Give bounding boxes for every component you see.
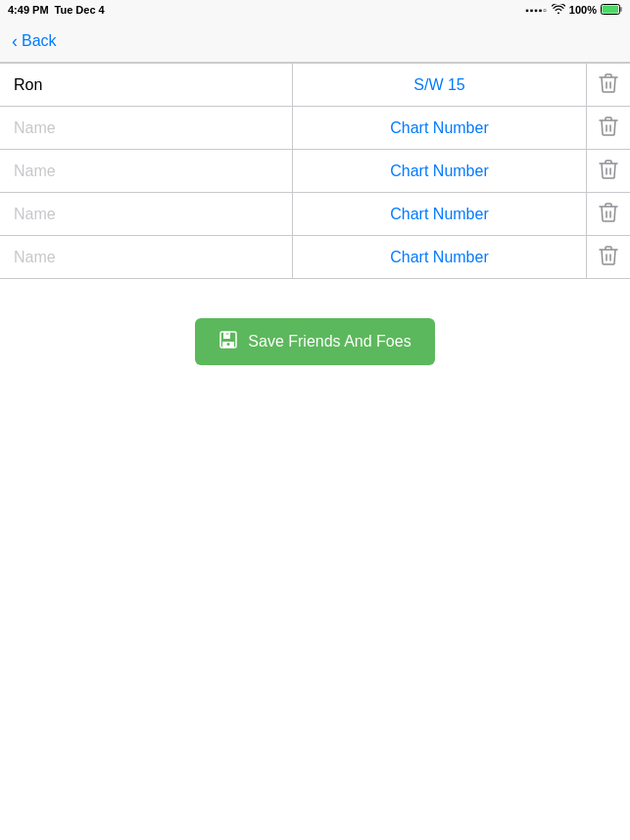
wifi-icon [552,4,565,16]
table-row: NameChart Number [0,150,630,193]
name-cell[interactable]: Name [0,150,293,192]
trash-icon [599,202,618,227]
save-button-label: Save Friends And Foes [248,333,411,350]
save-button-container: Save Friends And Foes [0,318,630,365]
back-button[interactable]: ‹ Back [12,32,57,50]
chart-number-cell[interactable]: Chart Number [293,150,587,192]
trash-icon [599,245,618,270]
table-row: NameChart Number [0,107,630,150]
chevron-left-icon: ‹ [12,32,18,50]
svg-rect-2 [620,7,622,12]
trash-icon [599,116,618,141]
svg-rect-4 [223,332,230,339]
name-cell[interactable]: Name [0,193,293,235]
save-icon [218,330,238,353]
back-label: Back [22,32,57,50]
nav-bar: ‹ Back [0,20,630,63]
table-row: NameChart Number [0,193,630,236]
table-row: NameChart Number [0,236,630,279]
signal-icon: ▪▪▪▪▫ [525,5,548,16]
table-row: RonS/W 15 [0,64,630,107]
svg-point-5 [227,343,230,346]
svg-rect-1 [603,5,619,13]
delete-row-button[interactable] [587,236,630,278]
delete-row-button[interactable] [587,150,630,192]
trash-icon [599,159,618,184]
chart-number-cell[interactable]: Chart Number [293,236,587,278]
name-cell[interactable]: Ron [0,64,293,106]
chart-number-cell[interactable]: Chart Number [293,193,587,235]
save-friends-foes-button[interactable]: Save Friends And Foes [195,318,434,365]
trash-icon [599,72,618,98]
name-cell[interactable]: Name [0,236,293,278]
delete-row-button[interactable] [587,64,630,106]
chart-number-cell[interactable]: S/W 15 [293,64,587,106]
battery-icon [601,4,622,17]
status-time: 4:49 PM [8,4,49,16]
delete-row-button[interactable] [587,193,630,235]
delete-row-button[interactable] [587,107,630,149]
status-date: Tue Dec 4 [55,4,105,16]
name-cell[interactable]: Name [0,107,293,149]
friends-foes-table: RonS/W 15 NameChart Number NameChart Num… [0,63,630,279]
chart-number-cell[interactable]: Chart Number [293,107,587,149]
battery-percent: 100% [569,4,597,16]
status-bar: 4:49 PM Tue Dec 4 ▪▪▪▪▫ 100% [0,0,630,20]
